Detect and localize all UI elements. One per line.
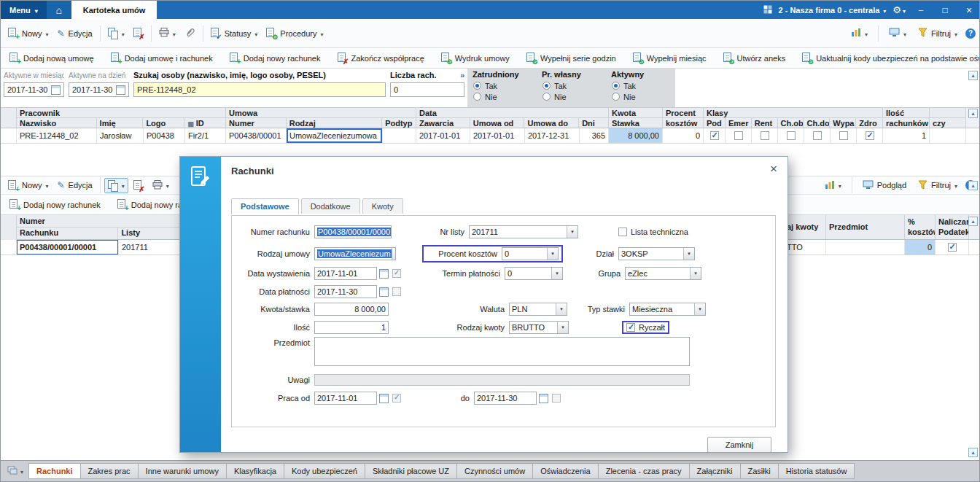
menu-button[interactable]: Menu — [1, 1, 47, 19]
tab-bar-menu[interactable] — [2, 463, 28, 479]
calendar-icon[interactable] — [51, 85, 61, 95]
edit-button[interactable]: Edycja — [54, 26, 96, 41]
col-group-klasy[interactable]: Klasy — [704, 108, 882, 118]
copy-button[interactable] — [104, 26, 128, 41]
view-button[interactable] — [885, 26, 910, 41]
col-group-procent[interactable]: Procent — [663, 108, 703, 118]
calendar-icon[interactable] — [539, 394, 548, 403]
col-chob[interactable]: Ch.ob — [778, 118, 804, 128]
rodzaj-umowy-combo[interactable]: UmowaZleceniezum — [314, 247, 396, 260]
statuses-button[interactable]: ✓ Statusy — [207, 26, 262, 41]
cell-emer-checkbox[interactable] — [726, 128, 752, 143]
col-imie[interactable]: Imię — [97, 118, 144, 128]
dzial-combo[interactable]: 3OKSP — [618, 247, 695, 260]
checkbox-icon[interactable] — [761, 131, 769, 140]
rodzaj-kwoty-combo[interactable]: BRUTTO — [509, 321, 569, 334]
preview-button[interactable]: Podgląd — [859, 178, 910, 193]
checkbox-icon[interactable] — [813, 131, 822, 140]
radio-icon[interactable] — [542, 93, 551, 101]
copy-bill-button-focused[interactable] — [104, 178, 128, 193]
procedures-button[interactable]: ⚙ Procedury — [262, 26, 327, 41]
scroll-up-button[interactable] — [968, 71, 978, 80]
radio-option-tak[interactable]: Tak — [467, 80, 537, 91]
col-group-ilosc[interactable]: Ilość — [883, 108, 929, 118]
cell-numer[interactable]: P00438/00001 — [226, 128, 287, 143]
col-przedmiot[interactable]: Przedmiot — [826, 215, 905, 239]
cell-rachunku-focused[interactable]: P00438/00001/00001 — [17, 240, 119, 254]
cell-pod-checkbox[interactable] — [704, 128, 726, 143]
scroll-up-button[interactable] — [968, 109, 978, 118]
chart-button[interactable] — [847, 26, 871, 41]
action-uaktualnij-kody[interactable]: ⚙Uaktualnij kody ubezpieczeń na podstawi… — [798, 50, 980, 66]
checkbox-icon[interactable] — [948, 243, 957, 252]
radio-option-tak[interactable]: Tak — [606, 80, 675, 91]
tab-dodatkowe[interactable]: Dodatkowe — [301, 198, 360, 214]
cell-nazwisko[interactable]: PRE-112448_02 — [17, 128, 97, 143]
delete-bill-button[interactable]: ✗ — [130, 178, 147, 193]
action-wydruk-umowy[interactable]: ⚙Wydruk umowy — [438, 50, 513, 66]
radio-option-nie[interactable]: Nie — [606, 91, 675, 102]
radio-icon[interactable] — [473, 93, 481, 101]
checkbox-icon[interactable] — [710, 131, 719, 140]
cell-logo[interactable]: P00438 — [144, 128, 185, 143]
checkbox-icon[interactable] — [839, 131, 848, 140]
cell-umowa-do[interactable]: 2017-12-31 — [525, 128, 580, 143]
chevron-down-icon[interactable] — [567, 226, 578, 238]
nr-listy-combo[interactable]: 201711 — [469, 225, 578, 238]
cell-id[interactable]: Fir2/1 — [185, 128, 226, 143]
checkbox-icon[interactable] — [787, 131, 796, 140]
grid-apps-icon[interactable] — [763, 5, 772, 15]
col-group-numer[interactable]: Numer — [17, 215, 185, 228]
action-dodaj-nowa-umowe[interactable]: +Dodaj nową umowę — [6, 50, 98, 66]
radio-icon[interactable] — [542, 82, 551, 90]
attachment-button[interactable] — [181, 25, 199, 42]
radio-icon[interactable] — [612, 93, 620, 101]
col-naliczany-podatek[interactable]: Naliczan Podatek — [936, 215, 969, 239]
tab-zakres-prac[interactable]: Zakres prac — [81, 463, 139, 479]
ilosc-input[interactable]: 1 — [314, 321, 389, 334]
grupa-combo[interactable]: eZlec — [625, 267, 701, 280]
chevron-right-icon[interactable] — [460, 71, 464, 79]
print-bill-button[interactable] — [149, 178, 173, 193]
cell-zawarcia[interactable]: 2017-01-01 — [416, 128, 470, 143]
cell-podtyp[interactable] — [383, 128, 416, 143]
col-rodzaj[interactable]: Rodzaj — [287, 118, 382, 128]
chevron-down-icon[interactable] — [547, 248, 558, 260]
action-utworz-aneks[interactable]: ⚙Utwórz aneks — [720, 50, 790, 66]
radio-option-nie[interactable]: Nie — [467, 91, 537, 102]
col-emer[interactable]: Emer — [726, 118, 752, 128]
termin-platnosci-combo[interactable]: 0 — [505, 267, 563, 280]
cell-wypa-checkbox[interactable] — [831, 128, 857, 143]
przedmiot-textarea[interactable] — [314, 337, 690, 366]
cell-listy[interactable]: 201711 — [119, 240, 186, 254]
col-group-data[interactable]: Data — [416, 108, 608, 118]
col-numer[interactable]: Numer — [226, 118, 287, 128]
cell-czy[interactable] — [930, 128, 966, 143]
praca-od-input[interactable]: 2017-11-01 — [314, 392, 377, 405]
kwota-stawka-input[interactable]: 8 000,00 — [314, 303, 389, 316]
action-dodaj-nowy-rachunek[interactable]: +Dodaj nowy rachunek — [226, 50, 324, 66]
date-enable-checkbox[interactable] — [392, 287, 401, 296]
tab-podstawowe[interactable]: Podstawowe — [231, 198, 299, 214]
chevron-down-icon[interactable] — [683, 248, 694, 260]
cell-rodzaj-focused[interactable]: UmowaZleceniezumowa — [287, 128, 383, 143]
col-pod[interactable]: Pod — [704, 118, 726, 128]
cell-dni[interactable]: 365 — [580, 128, 609, 143]
praca-do-input[interactable]: 2017-11-30 — [474, 392, 537, 405]
scroll-up-button[interactable] — [968, 217, 978, 226]
col-dni[interactable]: Dni — [579, 118, 608, 128]
tab-kwoty[interactable]: Kwoty — [362, 198, 403, 214]
cell-stawka-highlighted[interactable]: 8 000,00 — [609, 128, 663, 143]
tab-czynnosci-umow[interactable]: Czynności umów — [457, 463, 533, 479]
chevron-down-icon[interactable] — [392, 248, 396, 260]
calendar-icon[interactable] — [116, 85, 125, 95]
company-selector[interactable]: 2 - Nasza firma 0 - centrala — [779, 6, 887, 15]
cell-zdro-checkbox[interactable] — [857, 128, 883, 143]
search-person-input[interactable]: PRE-112448_02 — [133, 82, 386, 97]
radio-option-tak[interactable]: Tak — [537, 80, 606, 91]
minimize-button[interactable] — [912, 3, 930, 18]
col-id[interactable]: ID — [184, 118, 225, 128]
col-procent-kosztow[interactable]: % kosztów — [905, 215, 936, 239]
tab-kartoteka-umow[interactable]: Kartoteka umów — [71, 1, 158, 19]
col-umowa-do[interactable]: Umowa do — [524, 118, 579, 128]
